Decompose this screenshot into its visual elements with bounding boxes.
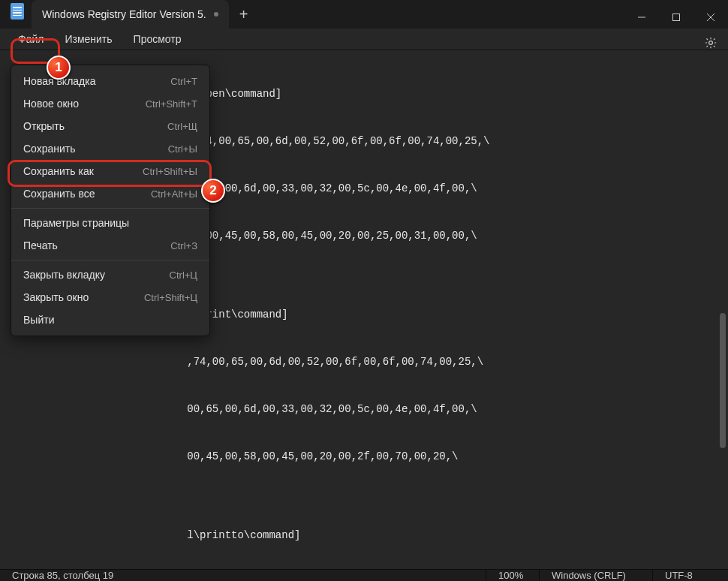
menu-item-shortcut: Ctrl+Shift+Ы [143,166,197,177]
menu-item-label: Печать [23,239,58,251]
menu-item-label: Сохранить все [23,188,95,200]
menu-separator [11,208,209,209]
annotation-badge-1: 1 [47,56,71,80]
menu-item-shortcut: Ctrl+Щ [167,121,197,132]
settings-button[interactable] [704,36,717,52]
menu-item-page-setup[interactable]: Параметры страницы [11,212,209,234]
menu-item-close-window[interactable]: Закрыть окно Ctrl+Shift+Ц [11,286,209,309]
menu-item-exit[interactable]: Выйти [11,309,209,331]
menu-item-shortcut: Ctrl+Alt+Ы [151,188,197,200]
menu-item-save-all[interactable]: Сохранить все Ctrl+Alt+Ы [11,182,209,205]
menu-item-print[interactable]: Печать Ctrl+З [11,234,209,257]
menu-item-new-window[interactable]: Новое окно Ctrl+Shift+Т [11,92,209,115]
menu-item-label: Параметры страницы [23,217,129,229]
notepad-icon [11,3,24,20]
svg-point-4 [709,41,713,45]
status-encoding[interactable]: UTF-8 [653,570,728,581]
menu-item-label: Сохранить [23,143,76,155]
editor-line: ,74,00,65,00,6d,00,52,00,6f,00,6f,00,74,… [11,354,728,370]
titlebar: Windows Registry Editor Version 5. + [0,0,728,29]
menu-item-save[interactable]: Сохранить Ctrl+Ы [11,137,209,160]
menu-item-label: Закрыть вкладку [23,269,105,281]
menu-view[interactable]: Просмотр [123,29,192,50]
document-tab[interactable]: Windows Registry Editor Version 5. [32,0,229,29]
menu-edit[interactable]: Изменить [54,29,122,50]
svg-rect-1 [673,14,680,21]
menu-item-shortcut: Ctrl+Shift+Т [146,98,197,110]
menu-item-label: Сохранить как [23,165,94,177]
menu-item-shortcut: Ctrl+Shift+Ц [144,292,197,303]
editor-line: 00,45,00,58,00,45,00,20,00,2f,00,70,00,2… [11,449,728,465]
menu-item-label: Закрыть окно [23,291,89,303]
editor-line: l\printto\command] [11,528,728,543]
menu-item-label: Выйти [23,314,54,326]
menu-item-shortcut: Ctrl+Ы [168,143,197,155]
menu-file[interactable]: Файл [8,29,54,50]
menubar: Файл Изменить Просмотр [0,29,728,50]
statusbar: Строка 85, столбец 19 100% Windows (CRLF… [0,569,728,581]
status-zoom[interactable]: 100% [486,570,539,581]
menu-separator [11,260,209,260]
status-position[interactable]: Строка 85, столбец 19 [0,570,125,581]
menu-item-shortcut: Ctrl+Ц [170,269,197,281]
menu-item-new-tab[interactable]: Новая вкладка Ctrl+Т [11,70,209,92]
menu-item-save-as[interactable]: Сохранить как Ctrl+Shift+Ы [11,160,209,182]
app-window: Windows Registry Editor Version 5. + Фай… [0,0,728,581]
menu-item-open[interactable]: Открыть Ctrl+Щ [11,115,209,137]
menu-item-label: Новое окно [23,98,79,110]
menu-item-close-tab[interactable]: Закрыть вкладку Ctrl+Ц [11,263,209,286]
status-eol[interactable]: Windows (CRLF) [540,570,652,581]
scrollbar-thumb[interactable] [720,313,726,448]
menu-item-label: Открыть [23,120,65,132]
menu-item-shortcut: Ctrl+Т [170,76,197,87]
new-tab-button[interactable]: + [229,0,259,29]
modified-indicator-icon [214,12,218,17]
annotation-badge-2: 2 [201,179,225,203]
menu-item-shortcut: Ctrl+З [170,240,197,251]
file-menu-dropdown: Новая вкладка Ctrl+Т Новое окно Ctrl+Shi… [11,65,210,336]
editor-line: 00,65,00,6d,00,33,00,32,00,5c,00,4e,00,4… [11,402,728,417]
tab-title: Windows Registry Editor Version 5. [42,8,206,20]
